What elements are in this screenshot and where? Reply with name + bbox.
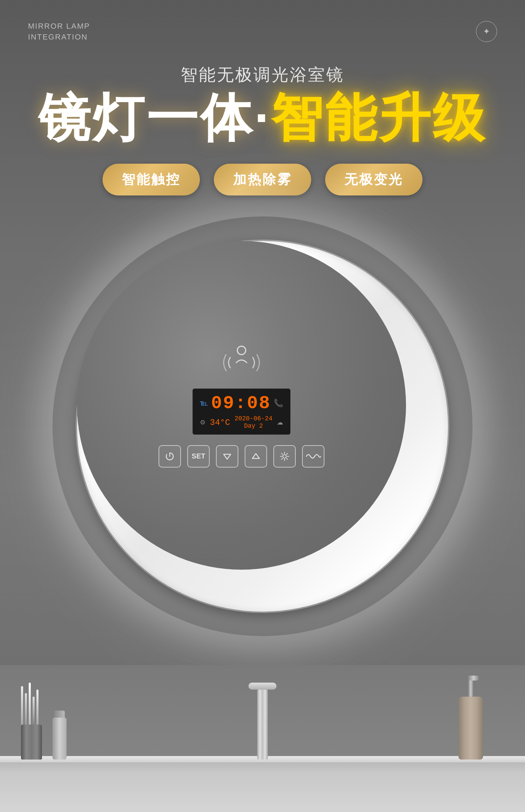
dispenser-body [458,697,483,760]
sparkle-icon: ✦ [483,27,490,36]
svg-point-5 [283,455,286,458]
power-button[interactable] [159,445,181,468]
control-buttons-row: SET [159,445,324,468]
faucet [248,686,276,760]
brand-title: MIRROR LAMP INTEGRATION [28,21,90,43]
wave-button[interactable] [302,445,324,468]
svg-marker-4 [252,454,259,458]
main-title: 镜灯一体·智能升级 [38,90,486,147]
bathroom-scene [0,665,525,812]
touch-sensor-icon[interactable] [220,343,262,378]
brand-line2: INTEGRATION [28,33,88,41]
bottle-cap [54,711,65,718]
badge-dimmer: 无极变光 [325,164,422,195]
top-bar: MIRROR LAMP INTEGRATION ✦ [0,0,525,43]
set-button[interactable]: SET [187,445,210,468]
clock-temperature: 34°C [210,418,230,427]
clock-date: 2020-06-24 Day 2 [234,415,272,430]
clock-bottom-row: ⚙ 34°C 2020-06-24 Day 2 ☁ [200,415,283,430]
main-title-part2: 智能升级 [271,89,486,147]
feature-badges: 智能触控 加热除雾 无极变光 [103,164,422,195]
main-title-part1: 镜灯一体 [38,89,254,147]
clock-date-line1: 2020-06-24 [234,415,272,423]
weather-icon: ☁ [277,419,283,426]
svg-line-11 [287,458,288,460]
phone-icon: 📞 [274,399,283,408]
svg-marker-3 [224,454,231,459]
sparkle-icon-button[interactable]: ✦ [476,21,497,42]
page-wrapper: MIRROR LAMP INTEGRATION ✦ 智能无极调光浴室镜 镜灯一体… [0,0,525,812]
dispenser-pump [468,676,473,697]
badge-heat: 加热除雾 [214,164,311,195]
clock-time: 09:08 [211,393,271,414]
settings-icon: ⚙ [200,419,205,426]
faucet-body [257,690,268,760]
mirror-outer-ring: ℡ 09:08 📞 ⚙ 34°C 2020-06-24 Day 2 ☁ [77,241,448,612]
small-bottle [52,711,66,760]
down-button[interactable] [216,445,238,468]
dispenser-head [468,676,479,681]
svg-line-13 [282,458,283,460]
clock-display: ℡ 09:08 📞 ⚙ 34°C 2020-06-24 Day 2 ☁ [192,389,290,435]
cup-body [21,725,42,760]
product-subtitle: 智能无极调光浴室镜 [181,64,344,86]
clock-top-row: ℡ 09:08 📞 [200,393,283,414]
bottle-body [52,718,66,760]
badge-touch: 智能触控 [103,164,200,195]
set-label: SET [192,452,205,460]
faucet-head [248,683,276,690]
svg-line-12 [287,453,288,454]
svg-line-10 [282,453,283,454]
brightness-button[interactable] [273,445,296,468]
title-separator: · [254,89,271,147]
counter-surface [0,756,525,812]
up-button[interactable] [245,445,267,468]
soap-dispenser [458,697,483,760]
mirror-glass: ℡ 09:08 📞 ⚙ 34°C 2020-06-24 Day 2 ☁ [77,241,406,570]
svg-point-0 [237,346,246,355]
brand-line1: MIRROR LAMP [28,22,90,30]
bluetooth-icon: ℡ [200,399,208,408]
clock-date-line2: Day 2 [234,422,272,430]
mirror-section: ℡ 09:08 📞 ⚙ 34°C 2020-06-24 Day 2 ☁ [52,216,472,636]
pencil-cup [21,679,42,760]
